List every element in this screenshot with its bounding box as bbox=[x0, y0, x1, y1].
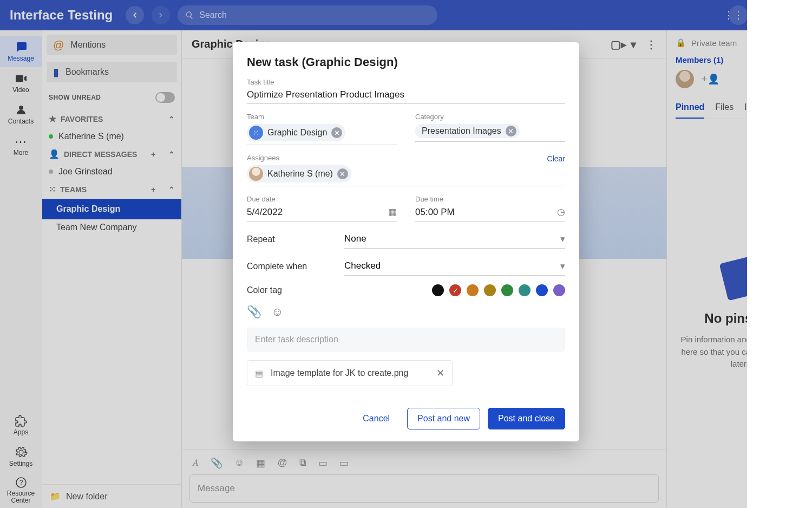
remove-team-chip[interactable]: ✕ bbox=[331, 127, 342, 138]
complete-when-value: Checked bbox=[344, 260, 381, 272]
color-swatches bbox=[432, 284, 565, 296]
new-task-modal: New task (Graphic Design) Task title Opt… bbox=[233, 42, 579, 441]
due-date-input[interactable]: 5/4/2022▦ bbox=[247, 204, 397, 222]
color-swatch[interactable] bbox=[467, 284, 479, 296]
complete-when-select[interactable]: Checked▾ bbox=[344, 257, 565, 276]
cancel-button[interactable]: Cancel bbox=[353, 408, 400, 429]
description-input[interactable]: Enter task description bbox=[247, 328, 565, 351]
remove-assignee-chip[interactable]: ✕ bbox=[337, 168, 348, 179]
due-time-field: Due time 05:00 PM◷ bbox=[415, 195, 565, 222]
color-swatch[interactable] bbox=[432, 284, 444, 296]
attach-file-button[interactable]: 📎 bbox=[247, 305, 261, 319]
assignees-label: Assignees bbox=[247, 154, 279, 162]
category-label: Category bbox=[415, 113, 565, 121]
attachment-chip: ▤ Image template for JK to create.png ✕ bbox=[247, 360, 453, 386]
post-and-new-button[interactable]: Post and new bbox=[407, 408, 480, 429]
composer-extras: 📎 ☺ bbox=[247, 305, 565, 319]
frame-edge bbox=[747, 0, 812, 508]
color-swatch[interactable] bbox=[519, 284, 531, 296]
category-chip-label: Presentation Images bbox=[422, 126, 501, 136]
due-date-field: Due date 5/4/2022▦ bbox=[247, 195, 397, 222]
clear-assignees-button[interactable]: Clear bbox=[547, 154, 565, 163]
color-swatch[interactable] bbox=[449, 284, 461, 296]
emoji-button[interactable]: ☺ bbox=[271, 305, 283, 319]
color-swatch[interactable] bbox=[484, 284, 496, 296]
task-title-field: Task title Optimize Presentation Product… bbox=[247, 78, 565, 104]
complete-when-label: Complete when bbox=[247, 262, 328, 271]
description-placeholder: Enter task description bbox=[255, 335, 338, 344]
chevron-down-icon: ▾ bbox=[560, 233, 565, 245]
file-icon: ▤ bbox=[255, 368, 263, 379]
chevron-down-icon: ▾ bbox=[560, 260, 565, 272]
modal-overlay: New task (Graphic Design) Task title Opt… bbox=[0, 0, 812, 508]
color-swatch[interactable] bbox=[553, 284, 565, 296]
team-chip[interactable]: ⁙Graphic Design✕ bbox=[247, 124, 345, 141]
modal-title: New task (Graphic Design) bbox=[247, 55, 565, 69]
clock-icon[interactable]: ◷ bbox=[557, 206, 565, 218]
team-label: Team bbox=[247, 113, 397, 121]
team-input[interactable]: ⁙Graphic Design✕ bbox=[247, 122, 397, 145]
repeat-field: Repeat None▾ bbox=[247, 230, 565, 249]
calendar-icon[interactable]: ▦ bbox=[388, 206, 397, 218]
modal-buttons: Cancel Post and new Post and close bbox=[247, 408, 565, 429]
repeat-value: None bbox=[344, 233, 366, 245]
due-time-label: Due time bbox=[415, 195, 565, 203]
remove-category-chip[interactable]: ✕ bbox=[506, 126, 516, 136]
assignees-field: Assignees Clear Katherine S (me)✕ bbox=[247, 154, 565, 186]
color-swatch[interactable] bbox=[501, 284, 513, 296]
remove-attachment-button[interactable]: ✕ bbox=[436, 367, 444, 379]
team-field: Team ⁙Graphic Design✕ bbox=[247, 113, 397, 145]
color-tag-field: Color tag bbox=[247, 284, 565, 296]
team-chip-label: Graphic Design bbox=[267, 128, 327, 138]
team-chip-icon: ⁙ bbox=[249, 126, 263, 140]
due-time-value: 05:00 PM bbox=[415, 207, 455, 218]
category-field: Category Presentation Images✕ bbox=[415, 113, 565, 145]
complete-when-field: Complete when Checked▾ bbox=[247, 257, 565, 276]
category-chip[interactable]: Presentation Images✕ bbox=[415, 124, 520, 138]
task-title-value: Optimize Presentation Product Images bbox=[247, 89, 404, 100]
due-date-value: 5/4/2022 bbox=[247, 207, 283, 218]
due-time-input[interactable]: 05:00 PM◷ bbox=[415, 204, 565, 222]
assignee-chip[interactable]: Katherine S (me)✕ bbox=[247, 165, 351, 183]
category-input[interactable]: Presentation Images✕ bbox=[415, 122, 565, 142]
assignee-avatar bbox=[249, 167, 263, 181]
due-date-label: Due date bbox=[247, 195, 397, 203]
assignees-input[interactable]: Katherine S (me)✕ bbox=[247, 163, 565, 186]
color-tag-label: Color tag bbox=[247, 285, 328, 295]
task-title-input[interactable]: Optimize Presentation Product Images bbox=[247, 87, 565, 104]
color-swatch[interactable] bbox=[536, 284, 548, 296]
task-title-label: Task title bbox=[247, 78, 565, 86]
assignee-chip-label: Katherine S (me) bbox=[267, 169, 333, 179]
post-and-close-button[interactable]: Post and close bbox=[488, 408, 565, 429]
repeat-select[interactable]: None▾ bbox=[344, 230, 565, 249]
attachment-name: Image template for JK to create.png bbox=[271, 368, 408, 378]
repeat-label: Repeat bbox=[247, 235, 328, 244]
